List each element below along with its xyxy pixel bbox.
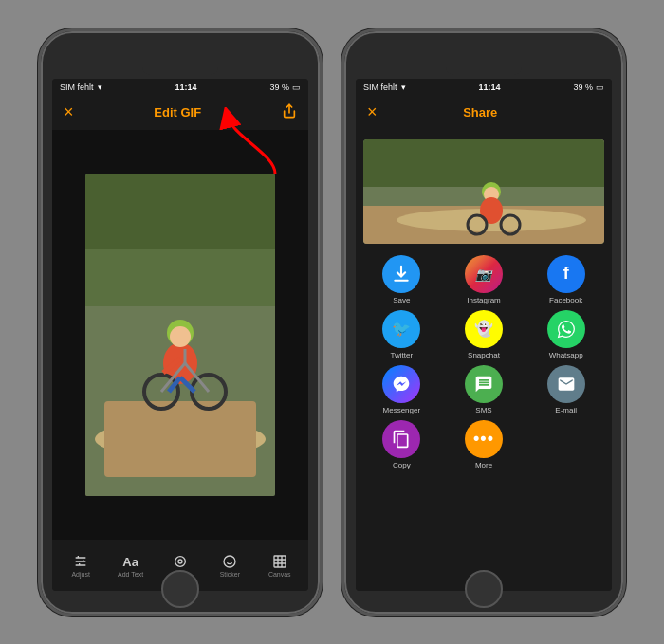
sticker-tool[interactable]: Sticker — [209, 554, 250, 578]
canvas-tool[interactable]: Canvas — [259, 554, 301, 578]
email-icon — [547, 365, 585, 403]
facebook-icon: f — [547, 255, 585, 293]
phone-1: SIM fehlt ▾ 11:14 39 % ▭ × Edit GIF — [38, 28, 323, 616]
adjust-tool[interactable]: Adjust — [60, 554, 101, 578]
snapchat-label: Snapchat — [468, 351, 500, 359]
battery-text-2: 39 % — [573, 83, 593, 92]
phone-2-nav-bar: × Share — [356, 96, 612, 130]
svg-point-26 — [224, 556, 235, 567]
twitter-icon: 🐦 — [382, 310, 420, 348]
svg-point-9 — [170, 326, 191, 347]
share-icons-container: Save 📷 Instagram f Facebook 🐦 Twitter 👻 — [363, 251, 604, 473]
whatsapp-icon — [547, 310, 585, 348]
adjust-label: Adjust — [71, 571, 89, 578]
facebook-share-item[interactable]: f Facebook — [527, 255, 604, 304]
add-text-icon: Aa — [122, 555, 138, 569]
close-button[interactable]: × — [64, 102, 74, 122]
sms-share-item[interactable]: SMS — [446, 365, 523, 414]
phone-1-status-bar: SIM fehlt ▾ 11:14 39 % ▭ — [52, 79, 308, 96]
phone-1-home-button[interactable] — [161, 570, 199, 608]
phone-2-vol-up — [341, 117, 344, 143]
instagram-share-item[interactable]: 📷 Instagram — [446, 255, 523, 304]
canvas-label: Canvas — [268, 571, 291, 578]
carrier-text: SIM fehlt — [60, 83, 94, 92]
phone-1-vol-down — [38, 151, 41, 177]
sms-icon — [465, 365, 503, 403]
twitter-label: Twitter — [391, 351, 414, 359]
share-photo-preview — [363, 139, 604, 244]
svg-point-24 — [175, 557, 186, 567]
phone-1-carrier: SIM fehlt ▾ — [60, 83, 102, 92]
battery-icon: ▭ — [292, 83, 301, 92]
whatsapp-label: Whatsapp — [549, 351, 583, 359]
phone-2-status-bar: SIM fehlt ▾ 11:14 39 % ▭ — [356, 79, 612, 96]
phone-2-power-button — [623, 126, 626, 164]
phone-1-notch — [142, 65, 218, 75]
whatsapp-share-item[interactable]: Whatsapp — [527, 310, 604, 359]
messenger-icon — [382, 365, 420, 403]
battery-icon-2: ▭ — [596, 83, 604, 92]
phone-1-screen: SIM fehlt ▾ 11:14 39 % ▭ × Edit GIF — [52, 79, 308, 591]
messenger-label: Messenger — [383, 406, 421, 414]
carrier-text-2: SIM fehlt — [363, 83, 397, 92]
email-share-item[interactable]: E-mail — [527, 365, 604, 414]
phone-2-time: 11:14 — [478, 83, 500, 92]
instagram-icon: 📷 — [465, 255, 503, 293]
page-title: Edit GIF — [154, 105, 201, 120]
close-button-2[interactable]: × — [367, 102, 378, 122]
share-page-title: Share — [463, 105, 497, 120]
add-text-tool[interactable]: Aa Add Text — [110, 555, 152, 578]
phone-2-screen: SIM fehlt ▾ 11:14 39 % ▭ × Share — [356, 79, 612, 591]
sms-label: SMS — [475, 406, 491, 414]
photo-preview — [52, 130, 308, 540]
more-label: More — [475, 461, 492, 469]
more-share-item[interactable]: ••• More — [446, 420, 523, 469]
svg-rect-4 — [104, 401, 256, 477]
svg-rect-29 — [274, 556, 286, 567]
phone-1-power-button — [320, 126, 323, 164]
facebook-label: Facebook — [549, 296, 582, 304]
copy-label: Copy — [393, 461, 411, 469]
svg-rect-35 — [363, 139, 604, 187]
svg-point-25 — [178, 560, 182, 563]
save-label: Save — [393, 296, 410, 304]
messenger-share-item[interactable]: Messenger — [363, 365, 440, 414]
phone-1-nav-bar: × Edit GIF — [52, 96, 308, 130]
svg-rect-6 — [85, 249, 275, 306]
more-icon: ••• — [465, 420, 503, 458]
share-panel: Save 📷 Instagram f Facebook 🐦 Twitter 👻 — [356, 130, 612, 591]
sticker-label: Sticker — [220, 571, 240, 578]
battery-text: 39 % — [269, 83, 289, 92]
save-share-item[interactable]: Save — [363, 255, 440, 304]
phone-2-home-button[interactable] — [465, 570, 503, 608]
wifi-icon: ▾ — [98, 83, 102, 92]
copy-icon — [382, 420, 420, 458]
svg-point-40 — [480, 197, 503, 224]
gif-photo — [85, 174, 275, 496]
phone-2-vol-down — [341, 151, 344, 177]
instagram-label: Instagram — [467, 296, 501, 304]
wifi-icon-2: ▾ — [401, 83, 406, 92]
phone-2: SIM fehlt ▾ 11:14 39 % ▭ × Share — [341, 28, 626, 616]
snapchat-share-item[interactable]: 👻 Snapchat — [446, 310, 523, 359]
phone-1-vol-up — [38, 117, 41, 143]
save-icon — [382, 255, 420, 293]
snapchat-icon: 👻 — [465, 310, 503, 348]
phone-1-battery: 39 % ▭ — [269, 83, 301, 92]
email-label: E-mail — [555, 406, 577, 414]
add-text-label: Add Text — [118, 571, 143, 578]
copy-share-item[interactable]: Copy — [363, 420, 440, 469]
twitter-share-item[interactable]: 🐦 Twitter — [363, 310, 440, 359]
share-button[interactable] — [282, 103, 297, 122]
phone-2-notch — [446, 65, 522, 75]
phone-1-time: 11:14 — [175, 83, 196, 92]
